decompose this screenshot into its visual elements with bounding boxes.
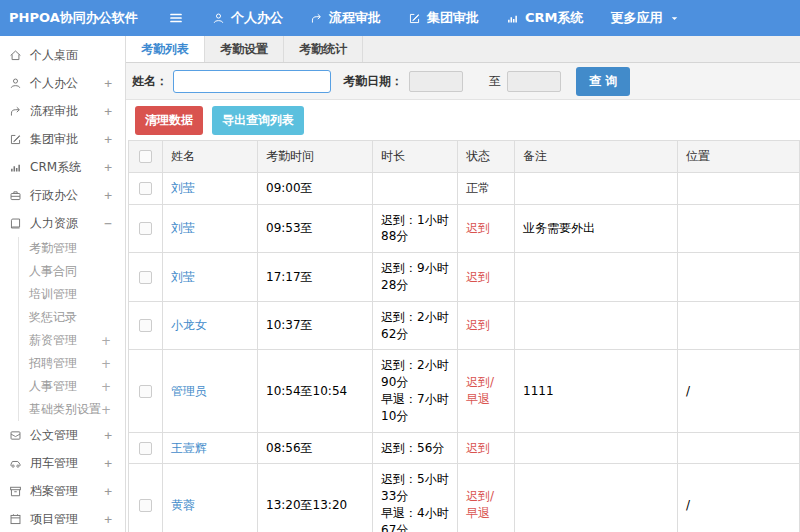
attendance-time: 13:20至13:20: [258, 464, 373, 532]
sidebar-item-label: CRM系统: [30, 159, 81, 176]
app-logo: PHPOA协同办公软件: [0, 9, 126, 27]
expand-toggle-icon[interactable]: +: [101, 357, 111, 371]
workflow-icon: [310, 12, 323, 25]
employee-name-link[interactable]: 小龙女: [171, 318, 207, 332]
location-cell: /: [678, 350, 800, 432]
tab-attendance-list[interactable]: 考勤列表: [126, 36, 205, 62]
status-badge: 迟到: [466, 270, 490, 284]
remark-cell: [515, 464, 678, 532]
sidebar-item-label: 人力资源: [30, 215, 78, 232]
tab-attendance-stats[interactable]: 考勤统计: [284, 36, 363, 62]
sidebar-item-admin-office[interactable]: 行政办公+: [0, 181, 125, 209]
nav-item-more-apps[interactable]: 更多应用: [611, 9, 680, 27]
sidebar-item-personal-desktop[interactable]: 个人桌面: [0, 41, 125, 69]
submenu-item-label: 人事管理: [29, 378, 77, 395]
row-checkbox[interactable]: [139, 385, 152, 398]
date-start-input[interactable]: [409, 71, 463, 92]
workflow-icon: [9, 105, 22, 118]
nav-item-group-approval[interactable]: 集团审批: [408, 9, 479, 27]
sidebar-item-archive-mgmt[interactable]: 档案管理+: [0, 477, 125, 505]
employee-name-link[interactable]: 刘莹: [171, 221, 195, 235]
main-layout: 个人桌面个人办公+流程审批+集团审批+CRM系统+行政办公+人力资源−考勤管理人…: [0, 36, 800, 532]
sidebar-item-personal-office[interactable]: 个人办公+: [0, 69, 125, 97]
row-checkbox[interactable]: [139, 182, 152, 195]
employee-name-link[interactable]: 黄蓉: [171, 498, 195, 512]
sidebar-item-project-mgmt[interactable]: 项目管理+: [0, 505, 125, 532]
submenu-item-attendance-mgmt[interactable]: 考勤管理: [19, 237, 125, 260]
table-row: 王壹辉08:56至迟到：56分迟到: [129, 432, 800, 464]
caret-down-icon: [669, 13, 680, 24]
export-list-button[interactable]: 导出查询列表: [212, 106, 304, 135]
submenu-item-personnel-mgmt[interactable]: 人事管理+: [19, 375, 125, 398]
expand-toggle-icon[interactable]: +: [104, 160, 112, 175]
expand-toggle-icon[interactable]: +: [101, 334, 111, 348]
duration-cell: [373, 172, 458, 204]
sidebar-item-workflow-approval[interactable]: 流程审批+: [0, 97, 125, 125]
expand-toggle-icon[interactable]: +: [104, 104, 112, 119]
row-checkbox[interactable]: [139, 499, 152, 512]
expand-toggle-icon[interactable]: +: [104, 484, 112, 499]
app-root: PHPOA协同办公软件 个人办公流程审批集团审批CRM系统更多应用 个人桌面个人…: [0, 0, 800, 532]
select-all-checkbox[interactable]: [139, 150, 152, 163]
table-row: 刘莹09:53至迟到：1小时88分迟到业务需要外出: [129, 204, 800, 253]
expand-toggle-icon[interactable]: +: [104, 512, 112, 527]
sidebar-item-human-resources[interactable]: 人力资源−: [0, 209, 125, 237]
car-icon: [9, 457, 22, 470]
tab-bar: 考勤列表考勤设置考勤统计: [126, 36, 800, 63]
employee-name-link[interactable]: 王壹辉: [171, 441, 207, 455]
action-buttons: 清理数据 导出查询列表: [126, 100, 800, 140]
sidebar-item-label: 项目管理: [30, 511, 78, 528]
column-header: 姓名: [163, 141, 258, 173]
row-checkbox[interactable]: [139, 319, 152, 332]
expand-toggle-icon[interactable]: +: [104, 456, 112, 471]
employee-name-link[interactable]: 刘莹: [171, 181, 195, 195]
edit-icon: [9, 133, 22, 146]
nav-item-personal-office[interactable]: 个人办公: [212, 9, 283, 27]
employee-name-link[interactable]: 管理员: [171, 384, 207, 398]
nav-item-label: 集团审批: [427, 9, 479, 27]
submenu-item-label: 培训管理: [29, 286, 77, 303]
date-end-input[interactable]: [507, 71, 561, 92]
remark-cell: [515, 172, 678, 204]
sidebar-item-label: 个人桌面: [30, 47, 78, 64]
menu-toggle-icon[interactable]: [168, 10, 184, 26]
row-checkbox[interactable]: [139, 442, 152, 455]
attendance-time: 10:54至10:54: [258, 350, 373, 432]
sidebar-item-label: 个人办公: [30, 75, 78, 92]
submenu-item-reward-punishment[interactable]: 奖惩记录: [19, 306, 125, 329]
expand-toggle-icon[interactable]: +: [104, 428, 112, 443]
expand-toggle-icon[interactable]: −: [104, 216, 112, 231]
sidebar-item-vehicle-mgmt[interactable]: 用车管理+: [0, 449, 125, 477]
sidebar-item-document-mgmt[interactable]: 公文管理+: [0, 421, 125, 449]
tab-attendance-settings[interactable]: 考勤设置: [205, 36, 284, 62]
nav-item-crm-system[interactable]: CRM系统: [506, 9, 584, 27]
clean-data-button[interactable]: 清理数据: [135, 106, 203, 135]
nav-item-workflow-approval[interactable]: 流程审批: [310, 9, 381, 27]
user-icon: [9, 77, 22, 90]
name-input[interactable]: [173, 70, 331, 93]
expand-toggle-icon[interactable]: +: [104, 132, 112, 147]
employee-name-link[interactable]: 刘莹: [171, 270, 195, 284]
query-button[interactable]: 查 询: [576, 67, 630, 96]
submenu-item-recruit-mgmt[interactable]: 招聘管理+: [19, 352, 125, 375]
status-badge: 迟到: [466, 441, 490, 455]
sidebar-item-crm-system[interactable]: CRM系统+: [0, 153, 125, 181]
duration-line: 迟到：56分: [381, 440, 449, 457]
attendance-table: 姓名考勤时间时长状态备注位置 刘莹09:00至正常刘莹09:53至迟到：1小时8…: [128, 140, 800, 532]
submenu-item-base-category-settings[interactable]: 基础类别设置+: [19, 398, 125, 421]
expand-toggle-icon[interactable]: +: [104, 76, 112, 91]
row-checkbox[interactable]: [139, 222, 152, 235]
expand-toggle-icon[interactable]: +: [104, 188, 112, 203]
sidebar-item-group-approval[interactable]: 集团审批+: [0, 125, 125, 153]
submenu-item-salary-mgmt[interactable]: 薪资管理+: [19, 329, 125, 352]
chart-icon: [9, 161, 22, 174]
expand-toggle-icon[interactable]: +: [101, 403, 111, 417]
submenu-item-label: 奖惩记录: [29, 309, 77, 326]
submenu-item-hr-contract[interactable]: 人事合同: [19, 260, 125, 283]
submenu-item-label: 人事合同: [29, 263, 77, 280]
name-label: 姓名：: [132, 73, 168, 90]
submenu-item-training-mgmt[interactable]: 培训管理: [19, 283, 125, 306]
duration-line: 早退：7小时10分: [381, 391, 449, 425]
expand-toggle-icon[interactable]: +: [101, 380, 111, 394]
row-checkbox[interactable]: [139, 271, 152, 284]
